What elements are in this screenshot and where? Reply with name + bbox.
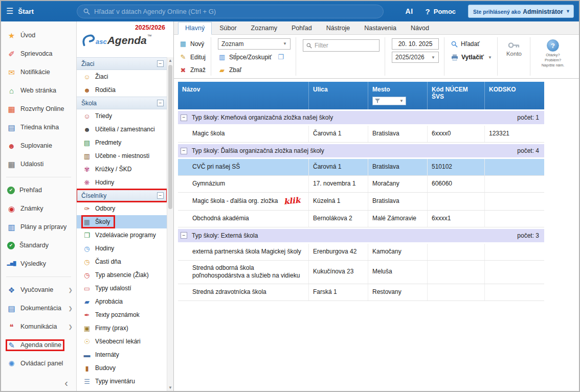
column-header-nazov[interactable]: Názov [178, 82, 309, 109]
table-row[interactable]: externá partnerská škola Magickej školyE… [178, 244, 544, 261]
tab-nastavenia[interactable]: Nastavenia [358, 22, 403, 34]
sidebar-item-suplovanie[interactable]: ☻Suplovanie [1, 136, 76, 155]
column-header-kod-nucem[interactable]: Kód NÚCEM ŠVS [428, 82, 485, 109]
sidebar-item-sprievodca[interactable]: ✐Sprievodca [1, 44, 76, 63]
collapse-groups-button[interactable]: ▰Zbaľ [218, 65, 291, 76]
table-row[interactable]: Magic školaČarovná 1Bratislava6xxxx01233… [178, 126, 544, 143]
tree-item-typy-inventaru[interactable]: ☰Typy inventáru [77, 375, 167, 388]
sidebar-item-plany-a-pripravy[interactable]: ▥Plány a prípravy [1, 218, 76, 236]
table-row[interactable]: CVČ pri našej SŠČarovná 1Bratislava51010… [178, 159, 544, 176]
mesto-filter-dropdown[interactable]: ▼ [372, 97, 406, 105]
tree-item-label: Žiaci [95, 73, 108, 80]
tree-item-typy-udalosti[interactable]: ▭Typy udalostí [77, 282, 167, 295]
classes-icon: ☺ [83, 113, 91, 120]
tree-item-aprobacia[interactable]: ▰Aprobácia [77, 295, 167, 308]
start-menu-button[interactable]: ☰ Štart [1, 7, 77, 15]
column-header-mesto[interactable]: Mesto ▼ [368, 82, 428, 109]
sidebar-item-komunikacia[interactable]: ❝Komunikácia❯ [1, 317, 76, 336]
sidebar-item-ovladaci-panel[interactable]: ✺Ovládací panel [1, 354, 76, 373]
sidebar-item-agenda-online[interactable]: ✎Agenda online [1, 336, 76, 354]
tree-item-hodiny[interactable]: ◷Hodiny [77, 242, 167, 255]
tree-item-ucebne-miestnosti[interactable]: ▥Učebne - miestnosti [77, 149, 167, 163]
scroll-up-icon[interactable]: ▲ [167, 57, 173, 64]
ai-button[interactable]: AI [406, 7, 413, 15]
collapse-section-icon[interactable]: − [157, 60, 164, 67]
filter-box[interactable] [303, 39, 380, 52]
tab-hlavny[interactable]: Hlavný [178, 22, 212, 35]
scrollbar-thumb[interactable] [168, 65, 172, 209]
sidebar-item-rozvrhy-online[interactable]: ▦Rozvrhy Online [1, 100, 76, 118]
sidebar-item-znamky[interactable]: ◉Známky [1, 199, 76, 218]
collapse-group-button[interactable]: − [181, 114, 187, 121]
sidebar-item-prehlad[interactable]: ✔Prehľad [1, 181, 76, 199]
tree-item-typ-absencie-ziak[interactable]: ◷Typ absencie (Žiak) [77, 268, 167, 282]
global-search[interactable] [77, 5, 384, 18]
table-row[interactable]: Gymnázium17. novembra 1Moračany606060 [178, 176, 544, 193]
collapse-group-button[interactable]: − [181, 232, 187, 239]
scroll-down-icon[interactable]: ▼ [167, 384, 173, 391]
tree-item-internaty[interactable]: ▬Internáty [77, 348, 167, 361]
sidebar-item-vyucovanie[interactable]: ❖Vyučovanie❯ [1, 281, 76, 299]
table-row[interactable]: Magic škola - ďalšia org. zložkaklikKúze… [178, 193, 544, 211]
column-header-ulica[interactable]: Ulica [309, 82, 368, 109]
sidebar-item-triedna-kniha[interactable]: ▤Triedna kniha [1, 118, 76, 136]
sidebar-collapse-button[interactable]: ‹ [64, 378, 68, 388]
tree-section-ciselniky[interactable]: Číselníky− [77, 189, 167, 202]
tree-item-budovy[interactable]: ▮Budovy [77, 361, 167, 375]
new-button[interactable]: ▦Nový [179, 38, 206, 50]
tree-item-triedy[interactable]: ☺Triedy [77, 109, 167, 123]
sidebar-item-web-stranka[interactable]: ⌂Web stránka [1, 81, 76, 100]
column-header-kodsko[interactable]: KODSKO [485, 82, 544, 109]
tree-item-skoly[interactable]: ▦Školy [77, 215, 167, 228]
tree-section-ziaci[interactable]: Žiaci− [77, 57, 167, 70]
sidebar-item-uvod[interactable]: ★Úvod [1, 26, 76, 44]
tree-item-ziaci[interactable]: ☺Žiaci [77, 70, 167, 83]
scrollbar-track[interactable] [167, 64, 173, 384]
logged-in-user-menu[interactable]: Ste prihlásený ako Administrátor ▼ [468, 5, 574, 18]
tree-item-predmety[interactable]: ▤Predmety [77, 136, 167, 149]
tree-item-odbory[interactable]: ✑Odbory [77, 202, 167, 215]
tab-zoznamy[interactable]: Zoznamy [244, 22, 284, 34]
tree-item-kruzky-skd[interactable]: ✾Krúžky / ŠKD [77, 163, 167, 176]
global-search-input[interactable] [94, 8, 377, 15]
account-button[interactable]: Konto [502, 37, 530, 76]
tab-subor[interactable]: Súbor [213, 22, 243, 34]
print-button[interactable]: Vytlačiť ▼ [451, 52, 492, 63]
list-type-select[interactable]: Zoznam▼ [218, 38, 291, 50]
delete-button[interactable]: ✖Zmaž [179, 64, 206, 76]
panel-scrollbar[interactable]: ▲ ▼ [167, 57, 173, 391]
school-year-select[interactable]: 2025/2026▼ [392, 52, 439, 63]
collapse-section-icon[interactable]: − [157, 100, 164, 106]
help-button[interactable]: ? Pomoc [426, 7, 456, 16]
sidebar-item-notifikacie[interactable]: ✉Notifikácie [1, 63, 76, 81]
filter-input[interactable] [315, 42, 376, 49]
tab-navod[interactable]: Návod [404, 22, 436, 34]
tree-item-hodiny[interactable]: ❋Hodiny [77, 176, 167, 189]
table-row[interactable]: Stredná odborná škola poľnohospodárstva … [178, 261, 544, 284]
table-row[interactable]: Obchodná akadémiaBernolákova 2Malé Zámor… [178, 211, 544, 227]
tree-item-texty-poznamok[interactable]: ✒Texty poznámok [77, 308, 167, 321]
tree-section-skola[interactable]: Škola− [77, 97, 167, 109]
layout-save-icon[interactable]: ❐ [278, 53, 284, 61]
columns-group-button[interactable]: ▥Stĺpce/Zoskupiť [218, 52, 272, 63]
tree-item-firmy-prax[interactable]: ▣Firmy (prax) [77, 321, 167, 335]
collapse-section-icon[interactable]: − [157, 192, 164, 199]
find-button[interactable]: Hľadať [451, 38, 492, 50]
tree-item-ucitelia-zamestnanci[interactable]: ☻Učitelia / zamestnanci [77, 123, 167, 136]
sidebar-item-dokumentacia[interactable]: ▤Dokumentácia❯ [1, 299, 76, 317]
tab-nastroje[interactable]: Nástroje [320, 22, 357, 34]
help-contact-widget[interactable]: ? Otázky? Problém? Napíšte nám. [535, 37, 571, 76]
sidebar-item-standardy[interactable]: ✔Štandardy [1, 236, 76, 255]
edit-button[interactable]: ✎Edituj [179, 52, 206, 63]
table-row[interactable]: Stredná zdravotnícka školaFarská 1Restov… [178, 284, 544, 301]
tree-item-vzdelavacie-programy[interactable]: ❒Vzdelávacie programy [77, 228, 167, 242]
sidebar-item-udalosti[interactable]: ▦Udalosti [1, 155, 76, 173]
tree-item-rodicia[interactable]: ☻Rodičia [77, 83, 167, 97]
tree-item-label: Internáty [95, 351, 119, 358]
date-field[interactable] [392, 38, 439, 50]
tree-item-casti-dna[interactable]: ◷Časti dňa [77, 255, 167, 268]
tree-item-vseobecni-lekari[interactable]: ☉Všeobecní lekári [77, 335, 167, 348]
tab-pohlad[interactable]: Pohľad [285, 22, 319, 34]
sidebar-item-vysledky[interactable]: ▂▅█Výsledky [1, 255, 76, 273]
collapse-group-button[interactable]: − [181, 148, 187, 154]
